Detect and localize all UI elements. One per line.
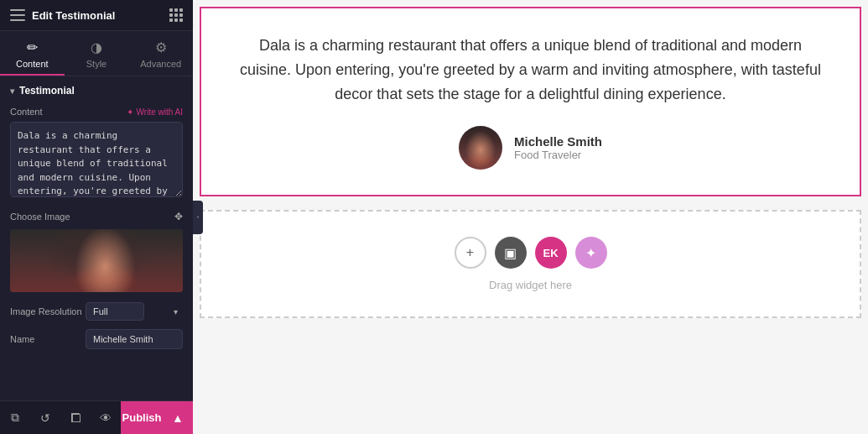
image-preview-inner bbox=[10, 229, 183, 292]
hamburger-icon[interactable] bbox=[10, 9, 25, 21]
testimonial-card: Dala is a charming restaurant that offer… bbox=[200, 7, 861, 196]
ek-widget-button[interactable]: EK bbox=[535, 237, 567, 269]
testimonial-quote: Dala is a charming restaurant that offer… bbox=[235, 34, 826, 106]
chevron-up-button[interactable]: ▲ bbox=[163, 401, 193, 435]
choose-image-row: Choose Image ✥ bbox=[10, 211, 183, 222]
sidebar: Edit Testimonial ✏ Content ◑ Style ⚙ Adv… bbox=[0, 0, 193, 434]
sidebar-bottom: ⧉ ↺ ⧠ 👁 Publish ▲ bbox=[0, 400, 193, 434]
section-chevron-icon: ▾ bbox=[10, 86, 14, 96]
content-tab-icon: ✏ bbox=[27, 39, 38, 55]
sidebar-title: Edit Testimonial bbox=[32, 9, 115, 22]
choose-image-label: Choose Image bbox=[10, 212, 70, 222]
tab-content-label: Content bbox=[16, 59, 49, 69]
content-field-row: Content ✦ Write with AI Dala is a charmi… bbox=[10, 107, 183, 201]
name-row: Name ≡ bbox=[10, 329, 183, 349]
style-tab-icon: ◑ bbox=[91, 39, 102, 55]
tab-advanced-label: Advanced bbox=[140, 59, 181, 69]
woman-image bbox=[10, 229, 183, 292]
avatar-image bbox=[459, 126, 502, 170]
author-info: Michelle Smith Food Traveler bbox=[514, 134, 602, 161]
author-title: Food Traveler bbox=[514, 149, 602, 161]
publish-button[interactable]: Publish bbox=[121, 401, 163, 435]
grid-icon[interactable] bbox=[169, 8, 183, 22]
image-preview[interactable] bbox=[10, 229, 183, 292]
layers-button[interactable]: ⧉ bbox=[0, 401, 30, 435]
tab-style-label: Style bbox=[86, 59, 107, 69]
testimonial-author: Michelle Smith Food Traveler bbox=[235, 126, 826, 170]
name-label: Name bbox=[10, 334, 86, 344]
widget-buttons: + ▣ EK ✦ bbox=[455, 237, 607, 269]
collapse-handle[interactable]: ‹ bbox=[193, 201, 203, 234]
image-controls-icon[interactable]: ✥ bbox=[174, 211, 183, 222]
resolution-select-wrapper: Full Large Medium Thumbnail bbox=[86, 302, 183, 321]
drag-widget-label: Drag widget here bbox=[489, 279, 572, 291]
sidebar-content: ▾ Testimonial Content ✦ Write with AI Da… bbox=[0, 76, 193, 400]
content-field-label: Content ✦ Write with AI bbox=[10, 107, 183, 117]
widget-dropzone[interactable]: + ▣ EK ✦ Drag widget here bbox=[200, 210, 861, 318]
tab-content[interactable]: ✏ Content bbox=[0, 31, 65, 76]
sidebar-header: Edit Testimonial bbox=[0, 0, 193, 31]
author-name: Michelle Smith bbox=[514, 134, 602, 149]
history-button[interactable]: ↺ bbox=[30, 401, 60, 435]
content-textarea[interactable]: Dala is a charming restaurant that offer… bbox=[10, 122, 183, 197]
resolution-row: Image Resolution Full Large Medium Thumb… bbox=[10, 302, 183, 321]
write-ai-button[interactable]: ✦ Write with AI bbox=[127, 107, 183, 117]
main-content: Dala is a charming restaurant that offer… bbox=[193, 0, 868, 434]
name-input-wrapper: ≡ bbox=[86, 329, 183, 349]
sidebar-header-left: Edit Testimonial bbox=[10, 9, 115, 22]
magic-widget-button[interactable]: ✦ bbox=[575, 237, 607, 269]
content-label-text: Content bbox=[10, 107, 43, 117]
sidebar-tabs: ✏ Content ◑ Style ⚙ Advanced bbox=[0, 31, 193, 76]
tab-style[interactable]: ◑ Style bbox=[65, 31, 129, 76]
section-header[interactable]: ▾ Testimonial bbox=[10, 85, 183, 97]
resolution-select[interactable]: Full Large Medium Thumbnail bbox=[86, 302, 144, 321]
add-widget-button[interactable]: + bbox=[455, 237, 486, 269]
eye-button[interactable]: 👁 bbox=[91, 401, 121, 435]
responsive-button[interactable]: ⧠ bbox=[60, 401, 91, 435]
tab-advanced[interactable]: ⚙ Advanced bbox=[128, 31, 193, 76]
resolution-label: Image Resolution bbox=[10, 306, 86, 316]
advanced-tab-icon: ⚙ bbox=[155, 39, 167, 55]
section-label: Testimonial bbox=[19, 85, 75, 97]
author-avatar bbox=[459, 126, 502, 170]
write-ai-label: Write with AI bbox=[137, 107, 183, 117]
ai-sparkle-icon: ✦ bbox=[127, 107, 133, 117]
name-input[interactable] bbox=[86, 331, 183, 348]
folder-widget-button[interactable]: ▣ bbox=[495, 237, 527, 269]
